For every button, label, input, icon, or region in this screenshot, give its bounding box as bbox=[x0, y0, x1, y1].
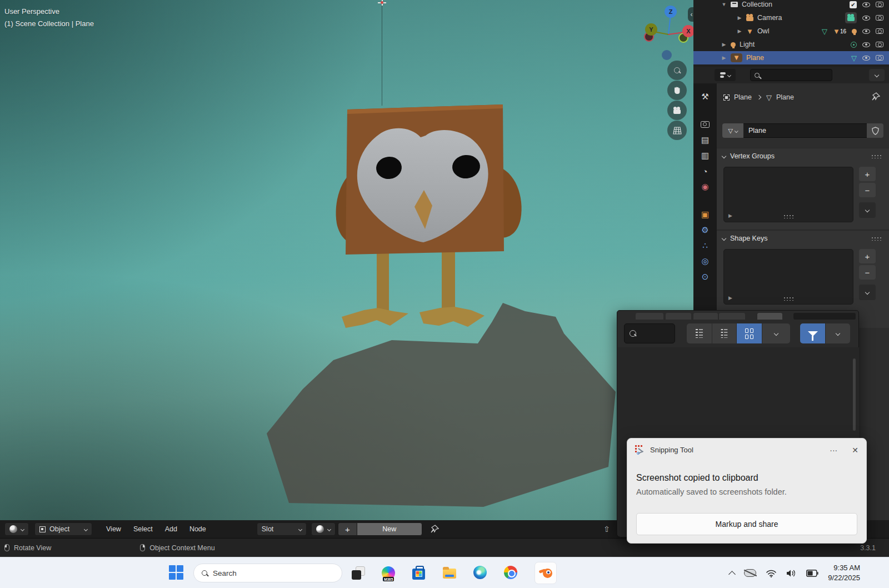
render-visibility-icon[interactable] bbox=[876, 42, 883, 47]
mesh-data-icon[interactable]: ▽ bbox=[851, 54, 857, 62]
mesh-count-badge[interactable]: ▼ 16 bbox=[833, 28, 846, 35]
tab-segment[interactable] bbox=[666, 313, 691, 320]
scene-tab-icon[interactable]: ◔ bbox=[697, 163, 713, 179]
render-visibility-icon[interactable] bbox=[876, 2, 883, 7]
zoom-button[interactable] bbox=[667, 61, 687, 80]
shape-key-specials-button[interactable] bbox=[859, 285, 876, 300]
3d-viewport[interactable]: User Perspective (1) Scene Collection | … bbox=[0, 0, 693, 520]
microsoft-store-button[interactable] bbox=[412, 566, 427, 580]
constraints-tab-icon[interactable]: ⊙ bbox=[697, 269, 713, 285]
toast-more-button[interactable]: ··· bbox=[830, 446, 837, 455]
toast-close-button[interactable]: ✕ bbox=[852, 446, 858, 455]
disclosure-icon[interactable]: ▼ bbox=[721, 2, 727, 7]
render-visibility-icon[interactable] bbox=[876, 28, 883, 34]
editor-type-dropdown[interactable] bbox=[4, 522, 29, 536]
speaker-icon[interactable] bbox=[786, 569, 797, 577]
start-button[interactable] bbox=[169, 565, 184, 581]
owl-model[interactable] bbox=[244, 94, 622, 520]
object-tab-icon[interactable]: ▣ bbox=[697, 207, 713, 222]
pan-button[interactable] bbox=[667, 81, 687, 100]
menu-add[interactable]: Add bbox=[159, 525, 183, 533]
add-vertex-group-button[interactable]: + bbox=[859, 167, 876, 181]
clock[interactable]: 9:35 AM 9/22/2025 bbox=[828, 563, 860, 583]
pin-icon[interactable] bbox=[871, 92, 880, 101]
eye-visibility-icon[interactable] bbox=[862, 16, 870, 21]
output-tab-icon[interactable]: ▤ bbox=[697, 132, 713, 148]
drag-grip-icon[interactable] bbox=[871, 237, 881, 241]
properties-options-button[interactable] bbox=[869, 69, 885, 81]
outliner-row-owl[interactable]: ▶ ▼ Owl ▽ ▼ 16 bbox=[693, 24, 889, 38]
edge-button[interactable] bbox=[473, 566, 488, 580]
particles-tab-icon[interactable]: ∴ bbox=[697, 238, 713, 253]
remove-vertex-group-button[interactable]: − bbox=[859, 183, 876, 197]
breadcrumb-data[interactable]: Plane bbox=[776, 93, 794, 101]
camera-view-button[interactable] bbox=[667, 101, 687, 120]
outliner-row-camera[interactable]: ▶ Camera bbox=[693, 11, 889, 24]
add-shape-key-button[interactable]: + bbox=[859, 249, 876, 263]
vertex-group-specials-button[interactable] bbox=[859, 202, 876, 218]
chrome-button[interactable] bbox=[504, 566, 518, 580]
blender-taskbar-button[interactable] bbox=[535, 562, 557, 584]
eye-visibility-icon[interactable] bbox=[862, 56, 870, 61]
properties-search-input[interactable] bbox=[750, 69, 832, 81]
menu-select[interactable]: Select bbox=[127, 525, 159, 533]
taskbar-search[interactable]: Search bbox=[193, 564, 342, 582]
menu-node[interactable]: Node bbox=[183, 525, 212, 533]
battery-icon[interactable] bbox=[806, 570, 818, 577]
remove-shape-key-button[interactable]: − bbox=[859, 265, 876, 280]
outliner-row-plane[interactable]: ▶ ▼ Plane ▽ bbox=[693, 51, 889, 64]
list-grip-icon[interactable] bbox=[783, 215, 793, 218]
scrollbar[interactable] bbox=[853, 358, 856, 431]
eye-visibility-icon[interactable] bbox=[862, 42, 870, 47]
modifiers-tab-icon[interactable]: ⚙ bbox=[697, 222, 713, 238]
new-material-plus-button[interactable]: + bbox=[338, 522, 357, 536]
display-size-dropdown[interactable] bbox=[762, 323, 790, 343]
pin-icon[interactable] bbox=[430, 525, 439, 534]
mesh-name-field[interactable]: Plane bbox=[743, 123, 867, 138]
thumbnail-grid-button[interactable] bbox=[737, 323, 762, 343]
physics-tab-icon[interactable]: ◎ bbox=[697, 253, 713, 269]
drag-grip-icon[interactable] bbox=[871, 155, 881, 158]
vertex-groups-header[interactable]: Vertex Groups bbox=[722, 152, 775, 160]
filter-options-dropdown[interactable] bbox=[826, 323, 850, 343]
eye-visibility-icon[interactable] bbox=[862, 2, 870, 7]
axis-y-ball[interactable]: Y bbox=[645, 23, 657, 36]
onedrive-paused-icon[interactable] bbox=[744, 569, 756, 577]
fake-user-button[interactable] bbox=[867, 123, 883, 138]
detail-list-button[interactable] bbox=[712, 323, 737, 343]
list-grip-icon[interactable] bbox=[783, 297, 793, 301]
disclosure-icon[interactable]: ▶ bbox=[737, 28, 742, 34]
render-tab-icon[interactable] bbox=[697, 117, 713, 132]
mesh-id-dropdown[interactable]: ▽ bbox=[722, 123, 743, 138]
new-material-button[interactable]: New bbox=[357, 522, 422, 536]
mode-dropdown[interactable]: Object bbox=[34, 522, 92, 536]
filter-button[interactable] bbox=[800, 323, 826, 343]
eye-visibility-icon[interactable] bbox=[862, 29, 870, 34]
editor-type-button[interactable] bbox=[715, 69, 736, 81]
copilot-button[interactable]: M365 bbox=[382, 566, 396, 580]
point-light-data-icon[interactable] bbox=[851, 42, 857, 48]
light-gizmo-icon[interactable] bbox=[378, 0, 386, 6]
wifi-icon[interactable] bbox=[766, 569, 777, 577]
vertical-list-button[interactable] bbox=[687, 323, 712, 343]
outliner-row-light[interactable]: ▶ Light bbox=[693, 38, 889, 51]
camera-data-badge[interactable] bbox=[845, 12, 857, 23]
tab-segment-active[interactable] bbox=[757, 313, 782, 320]
disclosure-icon[interactable]: ▶ bbox=[721, 55, 727, 61]
tray-chevron-up-icon[interactable] bbox=[728, 571, 736, 578]
light-badge-icon[interactable] bbox=[852, 29, 857, 34]
material-id-dropdown[interactable] bbox=[311, 522, 336, 536]
collection-checkbox-icon[interactable]: ✔ bbox=[850, 1, 857, 8]
world-tab-icon[interactable]: ◉ bbox=[697, 179, 713, 195]
markup-and-share-button[interactable]: Markup and share bbox=[636, 513, 857, 535]
axis-x-ball[interactable]: X bbox=[682, 25, 695, 37]
asset-search-input[interactable] bbox=[624, 323, 675, 343]
view-layer-tab-icon[interactable]: ▥ bbox=[697, 148, 713, 163]
file-explorer-button[interactable] bbox=[443, 566, 457, 580]
resize-corner-icon[interactable]: ▶ bbox=[728, 213, 732, 218]
tab-segment[interactable] bbox=[636, 313, 663, 320]
breadcrumb-object[interactable]: Plane bbox=[734, 93, 752, 101]
render-visibility-icon[interactable] bbox=[876, 15, 883, 21]
shape-keys-list[interactable]: ▶ bbox=[723, 249, 853, 305]
axis-z-ball[interactable]: Z bbox=[665, 6, 677, 18]
